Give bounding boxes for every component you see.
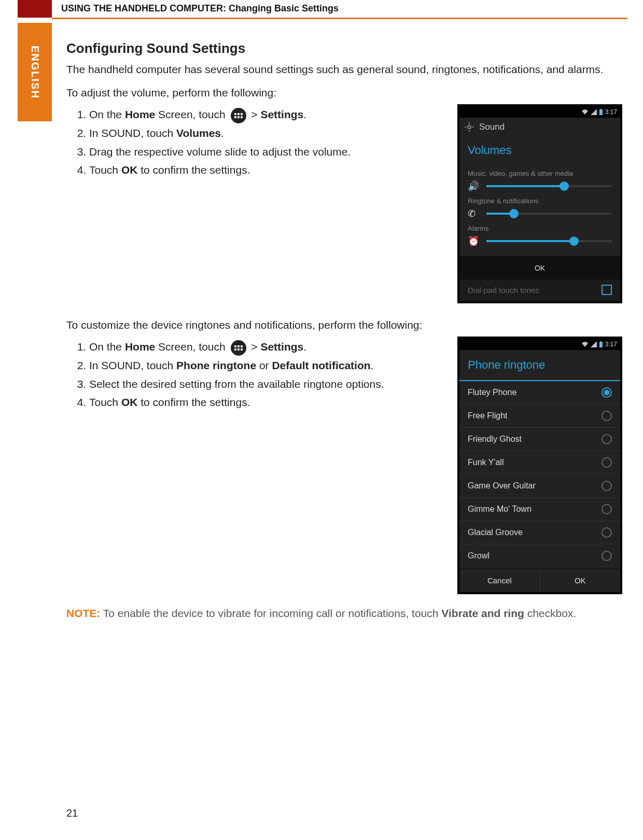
battery-icon	[599, 109, 603, 115]
text: In SOUND, touch	[89, 359, 176, 371]
text: to confirm the settings.	[137, 396, 250, 408]
volume-steps-list: On the Home Screen, touch > Settings. In…	[66, 106, 447, 178]
wifi-icon	[581, 341, 589, 347]
ringtone-option-label: Growl	[468, 551, 490, 561]
radio-icon	[602, 387, 612, 398]
text: >	[248, 341, 261, 353]
phone-volume-screenshot: 3:17 Sound Volumes Music, video, games &…	[457, 104, 622, 303]
ringtone-option-label: Glacial Groove	[468, 528, 523, 537]
radio-icon	[602, 457, 612, 468]
svg-rect-1	[600, 109, 602, 109]
ringtone-slider-label: Ringtone & notifications	[468, 197, 612, 205]
ringtone-option[interactable]: Friendly Ghost	[459, 428, 620, 451]
radio-icon	[602, 411, 612, 421]
alarm-slider[interactable]: ⏰	[468, 235, 612, 247]
alarm-slider-label: Alarms	[468, 225, 612, 232]
bold-settings: Settings	[260, 341, 303, 353]
header-divider	[52, 18, 627, 19]
dialpad-checkbox[interactable]	[602, 285, 612, 295]
ringtone-option-label: Friendly Ghost	[468, 435, 522, 444]
page-number: 21	[66, 807, 78, 819]
language-tab: ENGLISH	[18, 23, 52, 121]
ok-button[interactable]: OK	[540, 568, 621, 592]
bold-home: Home	[125, 341, 155, 353]
wifi-icon	[581, 109, 589, 115]
text: >	[248, 108, 261, 120]
ringtone-option[interactable]: Flutey Phone	[459, 381, 620, 404]
svg-point-2	[468, 125, 471, 129]
text: to confirm the settings.	[137, 164, 250, 176]
ringtone-option[interactable]: Funk Y'all	[459, 451, 620, 474]
ringtone-list: Flutey PhoneFree FlightFriendly GhostFun…	[459, 381, 620, 568]
ringtone-option-label: Free Flight	[468, 411, 507, 421]
bold-ok: OK	[121, 396, 138, 408]
bold-volumes: Volumes	[176, 127, 221, 139]
section-intro: The handheld computer has several sound …	[66, 62, 622, 77]
ringtone-option[interactable]: Free Flight	[459, 404, 620, 428]
note-block: NOTE: To enable the device to vibrate fo…	[66, 606, 622, 621]
volume-step-3: Drag the respective volume slide to adju…	[89, 144, 447, 161]
ringtone-option-label: Game Over Guitar	[468, 481, 536, 491]
dialpad-row: Dial-pad touch tones	[459, 279, 620, 301]
text: .	[303, 341, 306, 353]
ringtone-intro: To customize the device ringtones and no…	[66, 319, 622, 331]
phone-icon: ✆	[468, 208, 479, 219]
ringtone-option[interactable]: Growl	[459, 544, 620, 568]
ringtone-step-2: In SOUND, touch Phone ringtone or Defaul…	[89, 357, 447, 374]
svg-rect-8	[600, 341, 602, 342]
ringtone-steps-list: On the Home Screen, touch > Settings. In…	[66, 339, 447, 411]
radio-icon	[602, 434, 612, 444]
section-title: Configuring Sound Settings	[66, 40, 622, 57]
media-slider-label: Music, video, games & other media	[468, 170, 612, 177]
volume-intro: To adjust the volume, perform the follow…	[66, 87, 622, 99]
radio-icon	[602, 481, 612, 491]
volume-step-1: On the Home Screen, touch > Settings.	[89, 106, 447, 123]
svg-rect-7	[599, 342, 603, 347]
apps-icon	[231, 340, 246, 356]
status-time: 3:17	[605, 341, 617, 348]
bold-home: Home	[125, 108, 155, 120]
ringtone-option-label: Funk Y'all	[468, 458, 504, 467]
text: Touch	[89, 396, 121, 408]
apps-icon	[231, 108, 246, 123]
text: On the	[89, 108, 125, 120]
signal-icon	[591, 109, 597, 115]
text: In SOUND, touch	[89, 127, 176, 139]
note-label: NOTE:	[66, 607, 100, 619]
ringtone-option[interactable]: Gimme Mo' Town	[459, 498, 620, 521]
ringtone-option-label: Flutey Phone	[468, 388, 516, 397]
text: .	[303, 108, 306, 120]
header-red-block	[18, 0, 52, 18]
battery-icon	[599, 341, 603, 347]
note-bold: Vibrate and ring	[441, 607, 524, 619]
radio-icon	[602, 504, 612, 514]
text: Touch	[89, 164, 121, 176]
volume-step-2: In SOUND, touch Volumes.	[89, 125, 447, 142]
svg-rect-0	[599, 109, 603, 115]
ringtone-step-4: Touch OK to confirm the settings.	[89, 394, 447, 411]
ringtone-option-label: Gimme Mo' Town	[468, 505, 532, 514]
text: Screen, touch	[155, 341, 228, 353]
volume-step-4: Touch OK to confirm the settings.	[89, 162, 447, 179]
ringtone-option[interactable]: Glacial Groove	[459, 521, 620, 544]
ringtone-dialog-title: Phone ringtone	[459, 350, 620, 381]
status-bar: 3:17	[459, 106, 620, 118]
gear-icon	[465, 122, 474, 132]
cancel-button[interactable]: Cancel	[459, 568, 540, 592]
ringtone-step-1: On the Home Screen, touch > Settings.	[89, 339, 447, 356]
volumes-title: Volumes	[459, 136, 620, 162]
bold-phone-ringtone: Phone ringtone	[176, 359, 256, 371]
language-tab-label: ENGLISH	[29, 46, 41, 99]
media-slider[interactable]: 🔊	[468, 180, 612, 192]
page-header-title: USING THE HANDHELD COMPUTER: Changing Ba…	[61, 3, 339, 14]
note-text: To enable the device to vibrate for inco…	[100, 607, 441, 619]
radio-icon	[602, 527, 612, 538]
app-bar: Sound	[459, 118, 620, 136]
bold-default-notification: Default notification	[272, 359, 370, 371]
ringtone-option[interactable]: Game Over Guitar	[459, 474, 620, 498]
ok-button[interactable]: OK	[459, 256, 620, 279]
ringtone-slider[interactable]: ✆	[468, 208, 612, 219]
ringtone-step-3: Select the desired setting from the avai…	[89, 376, 447, 393]
status-bar: 3:17	[459, 339, 620, 350]
text: or	[256, 359, 272, 371]
